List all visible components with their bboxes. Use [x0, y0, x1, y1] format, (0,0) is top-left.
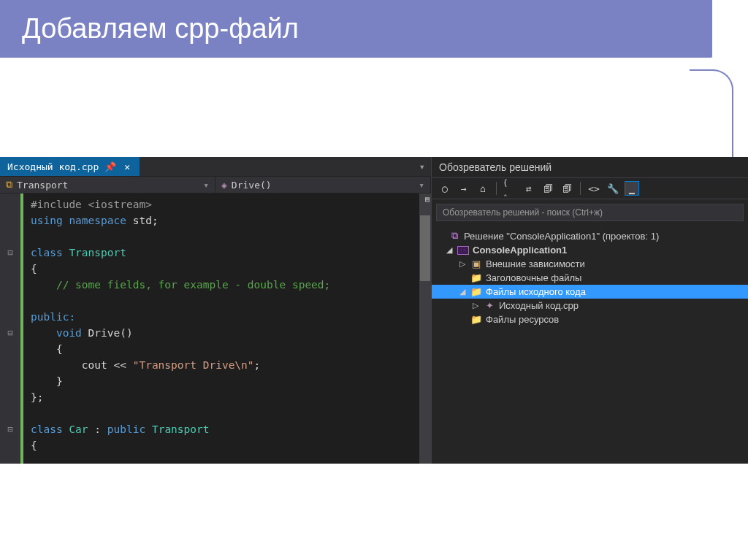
nav-member-label: Drive(): [232, 180, 272, 191]
folder-icon: ▣: [470, 258, 482, 269]
scroll-thumb[interactable]: [420, 215, 430, 281]
code-text[interactable]: #include <iostream> using namespace std;…: [23, 193, 431, 464]
expand-arrow-icon[interactable]: ▷: [471, 301, 480, 310]
slide-title: Добавляем срр-файл: [0, 0, 712, 60]
props-icon[interactable]: ▁: [625, 181, 639, 196]
panel-title: Обозреватель решений: [432, 157, 748, 177]
folder-icon: 📁: [470, 286, 482, 297]
cpp-file-icon: ✦: [484, 300, 495, 311]
refresh-icon[interactable]: ( ؞: [503, 181, 517, 196]
close-icon[interactable]: ✕: [122, 161, 132, 172]
chevron-down-icon: ▾: [419, 180, 424, 191]
pin-icon[interactable]: 📌: [104, 161, 116, 172]
project-icon: ++: [457, 246, 469, 255]
slide-decor: [690, 69, 733, 157]
home-icon[interactable]: ⌂: [476, 181, 490, 196]
fold-icon[interactable]: ⊟: [0, 421, 20, 437]
tab-label: Исходный код.cpp: [7, 161, 99, 172]
search-input[interactable]: Обозреватель решений - поиск (Ctrl+ж): [436, 204, 744, 221]
tree-source-folder[interactable]: ◢ 📁 Файлы исходного кода: [432, 285, 748, 299]
code-icon[interactable]: <>: [587, 181, 601, 196]
solution-icon: ⧉: [449, 230, 460, 242]
collapse-arrow-icon[interactable]: ◢: [458, 287, 467, 296]
folder-icon: 📁: [470, 314, 482, 325]
expand-arrow-icon[interactable]: ▷: [458, 259, 467, 269]
forward-icon[interactable]: →: [457, 181, 471, 196]
nav-member[interactable]: ◈ Drive() ▾: [215, 177, 431, 193]
back-icon[interactable]: ◯: [438, 181, 452, 196]
explorer-toolbar: ◯ → ⌂ ( ؞ ⇄ 🗐 🗐 <> 🔧 ▁: [432, 177, 748, 199]
fold-icon[interactable]: ⊟: [0, 245, 20, 261]
tree-deps[interactable]: ▷ ▣ Внешние зависимости: [432, 257, 748, 271]
class-icon: ⧉: [6, 179, 12, 191]
file-tab[interactable]: Исходный код.cpp 📌 ✕: [0, 157, 140, 176]
fold-icon[interactable]: ⊟: [0, 325, 20, 341]
collapse-icon[interactable]: 🗐: [560, 181, 574, 196]
solution-node[interactable]: ⧉ Решение "ConsoleApplication1" (проекто…: [432, 229, 748, 243]
fold-gutter: ⊟ ⊟ ⊟: [0, 193, 20, 464]
collapse-arrow-icon[interactable]: ◢: [445, 245, 454, 255]
wrench-icon[interactable]: 🔧: [606, 181, 620, 196]
sync-icon[interactable]: ⇄: [522, 181, 536, 196]
split-handle-icon[interactable]: ▤: [425, 195, 430, 203]
tree-resources[interactable]: 📁 Файлы ресурсов: [432, 312, 748, 326]
tree-headers[interactable]: 📁 Заголовочные файлы: [432, 271, 748, 285]
folder-icon: 📁: [470, 272, 482, 283]
solution-explorer: Обозреватель решений ◯ → ⌂ ( ؞ ⇄ 🗐 🗐 <> …: [431, 157, 748, 464]
chevron-down-icon: ▾: [203, 180, 209, 191]
code-area[interactable]: ⊟ ⊟ ⊟ #include <iostream> using namespac…: [0, 193, 431, 464]
nav-scope-label: Transport: [17, 180, 68, 191]
editor-pane: Исходный код.cpp 📌 ✕ ▾ ⧉ Transport ▾ ◈ D…: [0, 157, 431, 464]
nav-scope[interactable]: ⧉ Transport ▾: [0, 177, 215, 193]
nav-bar: ⧉ Transport ▾ ◈ Drive() ▾: [0, 176, 431, 193]
method-icon: ◈: [221, 180, 227, 191]
show-all-icon[interactable]: 🗐: [541, 181, 555, 196]
solution-tree: ⧉ Решение "ConsoleApplication1" (проекто…: [432, 226, 748, 329]
project-node[interactable]: ◢ ++ ConsoleApplication1: [432, 243, 748, 257]
tab-bar: Исходный код.cpp 📌 ✕ ▾: [0, 157, 431, 176]
tree-source-file[interactable]: ▷ ✦ Исходный код.cpp: [432, 299, 748, 312]
tab-overflow-icon[interactable]: ▾: [413, 161, 431, 172]
ide-window: Исходный код.cpp 📌 ✕ ▾ ⧉ Transport ▾ ◈ D…: [0, 157, 748, 464]
